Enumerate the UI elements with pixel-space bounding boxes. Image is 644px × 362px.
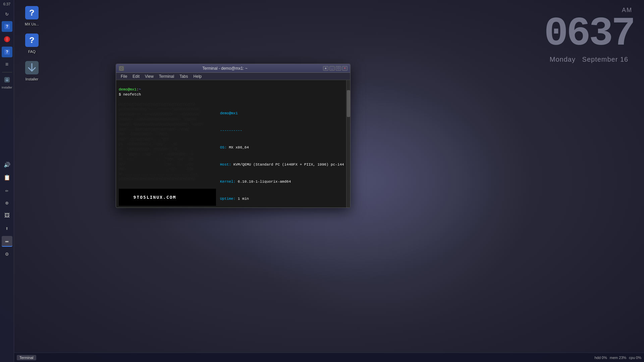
taskbar-right: hdd 0% mem 23% cpu 0% (594, 356, 641, 360)
terminal-body[interactable]: demo@mx1:~ $ neofetch @@@@@@@@@@@@@@@@@@… (116, 80, 350, 207)
volume-icon[interactable]: 🔊 (2, 160, 12, 170)
terminal-scrollbar[interactable] (346, 80, 350, 207)
unknown-panel-icon[interactable]: ≡ (2, 59, 12, 70)
menu-file[interactable]: File (118, 73, 130, 79)
installer-panel-icon[interactable] (2, 74, 12, 85)
menu-edit[interactable]: Edit (130, 73, 142, 79)
win-close-btn[interactable]: ✕ (342, 66, 347, 71)
installer-label: Installer (2, 86, 12, 89)
terminal-taskbar-icon[interactable]: ▬ (2, 236, 12, 247)
terminal-title: Terminal - demo@mx1: ~ (127, 66, 323, 71)
desktop-icon-mx-users[interactable]: ? MX Us... (18, 3, 45, 27)
svg-rect-11 (120, 67, 123, 70)
cpu-status: cpu 0% (629, 356, 641, 360)
desktop: 6:37 ↻ ? ? ≡ Installer 🔊 📋 ✏ ⊕ 🖼 ⬆ ▬ ⚙ (0, 0, 644, 362)
menu-tabs[interactable]: Tabs (177, 73, 191, 79)
win-minimize-btn[interactable]: _ (329, 66, 335, 71)
window-buttons: ▲ _ □ ✕ (323, 66, 347, 71)
faq-label: FAQ (28, 50, 36, 54)
desktop-icons-area: ? MX Us... ? FAQ Installer (18, 3, 45, 82)
clock-date: Monday September 16 (544, 56, 634, 63)
menu-help[interactable]: Help (191, 73, 205, 79)
separator-icon (2, 72, 12, 72)
svg-text:?: ? (29, 36, 35, 46)
screenshot-icon[interactable]: 🖼 (2, 210, 12, 221)
mx-blue-panel-icon[interactable] (2, 34, 12, 45)
terminal-menubar: File Edit View Terminal Tabs Help (116, 73, 350, 80)
clock-widget: AM 0637 Monday September 16 (544, 7, 634, 63)
faq-panel-icon[interactable]: ? (2, 47, 12, 57)
taskbar-bottom: Terminal hdd 0% mem 23% cpu 0% (14, 353, 644, 362)
left-panel: 6:37 ↻ ? ? ≡ Installer 🔊 📋 ✏ ⊕ 🖼 ⬆ ▬ ⚙ (0, 0, 14, 362)
svg-text:?: ? (29, 8, 35, 18)
win-maximize-btn[interactable]: ▲ (323, 66, 328, 71)
refresh-icon[interactable]: ↻ (2, 8, 12, 19)
installer-label-desktop: Installer (25, 77, 39, 81)
edit-icon[interactable]: ✏ (2, 185, 12, 196)
files-icon[interactable]: 📋 (2, 172, 12, 183)
svg-text:?: ? (6, 24, 8, 29)
neofetch-info: demo@mx1 ---------- OS: MX x86_64 Host: … (216, 97, 346, 207)
hdd-status: hdd 0% (594, 356, 607, 360)
clock-time: 0637 (544, 14, 634, 54)
desktop-icon-faq[interactable]: ? FAQ (18, 31, 45, 55)
mx-users-label: MX Us... (25, 22, 39, 26)
network-icon[interactable]: ⊕ (2, 198, 12, 208)
win-restore-btn[interactable]: □ (336, 66, 341, 71)
svg-text:?: ? (6, 50, 8, 55)
terminal-window: Terminal - demo@mx1: ~ ▲ _ □ ✕ File Edit… (116, 64, 351, 208)
terminal-content[interactable]: demo@mx1:~ $ neofetch @@@@@@@@@@@@@@@@@@… (116, 80, 346, 207)
terminal-titlebar: Terminal - demo@mx1: ~ ▲ _ □ ✕ (116, 64, 350, 73)
mem-status: mem 23% (610, 356, 627, 360)
mx-users-panel-icon[interactable]: ? (2, 21, 12, 32)
desktop-icon-installer[interactable]: Installer (18, 58, 45, 82)
terminal-window-icon (119, 66, 124, 71)
menu-view[interactable]: View (142, 73, 156, 79)
upload-icon[interactable]: ⬆ (2, 223, 12, 234)
panel-time: 6:37 (3, 2, 10, 6)
settings-bottom-icon[interactable]: ⚙ (2, 249, 12, 259)
taskbar-terminal-item[interactable]: Terminal (17, 355, 36, 360)
menu-terminal[interactable]: Terminal (156, 73, 177, 79)
